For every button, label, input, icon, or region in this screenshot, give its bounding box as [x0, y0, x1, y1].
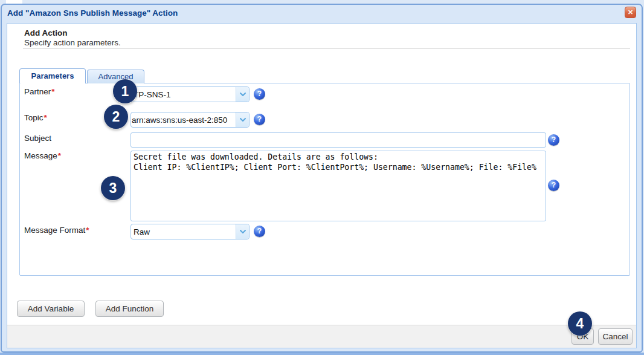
message-format-help-icon[interactable]: ? [254, 226, 265, 237]
message-format-select[interactable]: Raw [130, 224, 250, 239]
section-subtitle: Specify action parameters. [24, 38, 121, 47]
chevron-down-icon[interactable] [236, 112, 249, 127]
separator [23, 48, 630, 49]
add-variable-button[interactable]: Add Variable [17, 301, 85, 317]
callout-badge-3: 3 [101, 176, 125, 200]
cancel-button[interactable]: Cancel [598, 328, 633, 345]
dialog-title: Add "Amazon Sns Publish Message" Action [7, 8, 178, 18]
tab-advanced[interactable]: Advanced [87, 70, 144, 83]
topic-select[interactable]: arn:aws:sns:us-east-2:850 [130, 112, 250, 128]
topic-help-icon[interactable]: ? [254, 114, 265, 125]
required-marker: * [86, 226, 89, 235]
background-strip [0, 353, 644, 355]
partner-label: Partner* [24, 87, 55, 96]
subject-input[interactable] [130, 132, 546, 148]
screen: Add "Amazon Sns Publish Message" Action … [0, 0, 644, 355]
topic-label: Topic* [24, 113, 47, 122]
partner-help-icon[interactable]: ? [254, 88, 265, 100]
dialog-body-panel: Add Action Specify action parameters. Pa… [7, 23, 637, 348]
topic-value: arn:aws:sns:us-east-2:850 [131, 112, 236, 127]
required-marker: * [44, 113, 47, 122]
required-marker: * [51, 87, 54, 96]
callout-badge-1: 1 [113, 79, 137, 103]
partner-value: TP-SNS-1 [131, 87, 236, 102]
add-action-dialog: Add "Amazon Sns Publish Message" Action … [1, 4, 643, 353]
subject-help-icon[interactable]: ? [548, 134, 559, 146]
callout-badge-4: 4 [568, 311, 592, 336]
partner-select[interactable]: TP-SNS-1 [130, 86, 250, 102]
dialog-footer: OK Cancel [7, 325, 636, 348]
chevron-down-icon[interactable] [236, 224, 249, 239]
chevron-down-icon[interactable] [236, 87, 249, 102]
tab-parameters[interactable]: Parameters [19, 68, 86, 83]
message-format-value: Raw [131, 224, 236, 239]
required-marker: * [58, 151, 61, 160]
message-help-icon[interactable]: ? [548, 180, 559, 191]
close-icon[interactable]: ✕ [625, 7, 636, 18]
message-label: Message* [24, 151, 61, 160]
message-format-label: Message Format* [24, 226, 89, 235]
section-title: Add Action [24, 28, 68, 37]
add-function-button[interactable]: Add Function [95, 301, 164, 317]
callout-badge-2: 2 [104, 105, 128, 129]
subject-label: Subject [24, 134, 51, 143]
dialog-titlebar: Add "Amazon Sns Publish Message" Action … [2, 5, 642, 23]
message-textarea[interactable]: Secret file was downloaded. Details are … [130, 151, 546, 221]
